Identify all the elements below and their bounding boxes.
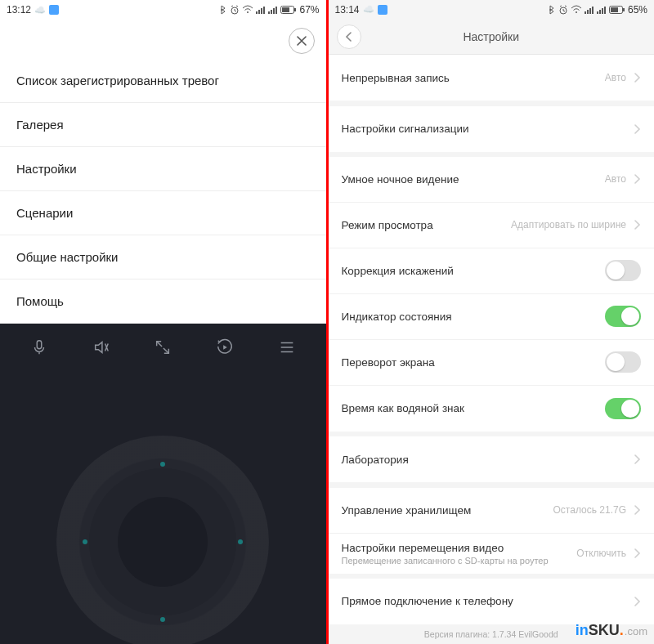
status-time: 13:14 xyxy=(335,4,360,16)
row-value: Авто xyxy=(605,72,626,83)
signal-icon xyxy=(256,5,266,15)
row-value: Адаптировать по ширине xyxy=(511,219,626,230)
svg-rect-19 xyxy=(585,11,586,14)
fullscreen-icon[interactable] xyxy=(154,338,172,360)
menu-item-gallery[interactable]: Галерея xyxy=(0,103,326,147)
chevron-right-icon xyxy=(633,73,641,83)
row-label: Лаборатория xyxy=(342,454,632,466)
svg-rect-3 xyxy=(256,11,258,14)
svg-rect-21 xyxy=(589,8,591,14)
svg-rect-22 xyxy=(592,7,594,14)
signal-icon-2 xyxy=(597,5,607,15)
battery-icon xyxy=(609,6,625,14)
back-button[interactable] xyxy=(337,25,361,49)
bluetooth-icon xyxy=(548,5,556,15)
menu-item-scenarios[interactable]: Сценарии xyxy=(0,191,326,235)
chevron-right-icon xyxy=(633,174,641,184)
svg-rect-14 xyxy=(37,341,42,349)
settings-row[interactable]: Умное ночное видениеАвто xyxy=(329,157,655,203)
svg-rect-28 xyxy=(623,8,625,11)
menu-item-general[interactable]: Общие настройки xyxy=(0,235,326,280)
svg-rect-7 xyxy=(268,11,270,14)
ptz-left[interactable] xyxy=(83,539,87,544)
wifi-icon xyxy=(242,5,253,15)
battery-text: 67% xyxy=(299,4,319,16)
menu-item-help[interactable]: Помощь xyxy=(0,280,326,324)
menu-icon[interactable] xyxy=(278,338,296,360)
row-label: Индикатор состояния xyxy=(342,311,606,323)
menu-list: Список зарегистрированных тревог Галерея… xyxy=(0,59,326,324)
ptz-right[interactable] xyxy=(238,539,243,544)
svg-rect-4 xyxy=(258,10,260,14)
chevron-right-icon xyxy=(633,124,641,134)
row-label: Непрерывная запись xyxy=(342,72,605,84)
chevron-right-icon xyxy=(633,597,641,606)
ptz-ring[interactable] xyxy=(56,436,269,644)
svg-rect-25 xyxy=(602,8,603,14)
row-value: Отключить xyxy=(576,548,626,559)
status-bar-left: 13:12 ☁️ 67% xyxy=(0,0,326,20)
row-label: Коррекция искажений xyxy=(342,265,606,277)
row-subtext: Перемещение записанного с SD-карты на ро… xyxy=(342,556,577,566)
svg-rect-16 xyxy=(378,5,387,15)
settings-row[interactable]: Непрерывная записьАвто xyxy=(329,55,655,101)
row-label: Переворот экрана xyxy=(342,356,606,369)
chevron-right-icon xyxy=(633,505,641,515)
settings-row[interactable]: Переворот экрана xyxy=(329,340,655,386)
settings-row[interactable]: Режим просмотраАдаптировать по ширине xyxy=(329,203,655,248)
alarm-icon xyxy=(230,5,240,15)
weather-icon: ☁️ xyxy=(363,5,374,14)
svg-rect-13 xyxy=(282,7,289,12)
svg-rect-23 xyxy=(597,11,598,14)
row-label: Настройки перемещения видеоПеремещение з… xyxy=(342,542,577,566)
toggle[interactable] xyxy=(605,260,641,281)
phone-right: 13:14 ☁️ 65% Настройки xyxy=(329,0,655,644)
settings-row[interactable]: Настройки перемещения видеоПеремещение з… xyxy=(329,534,655,574)
mic-icon[interactable] xyxy=(30,338,48,360)
settings-row[interactable]: Настройки сигнализации xyxy=(329,106,655,152)
row-value: Авто xyxy=(605,173,626,185)
settings-row[interactable]: Управление хранилищемОсталось 21.7G xyxy=(329,488,655,534)
svg-rect-9 xyxy=(273,8,275,14)
close-button[interactable] xyxy=(289,28,315,54)
ptz-panel xyxy=(0,324,326,644)
settings-row[interactable]: Коррекция искажений xyxy=(329,248,655,294)
ptz-up[interactable] xyxy=(160,462,165,467)
wifi-icon xyxy=(571,5,582,15)
row-label: Время как водяной знак xyxy=(342,402,606,414)
svg-rect-6 xyxy=(263,7,265,14)
menu-item-settings[interactable]: Настройки xyxy=(0,147,326,191)
row-label: Умное ночное видение xyxy=(342,173,605,186)
svg-point-18 xyxy=(576,11,577,13)
weather-icon: ☁️ xyxy=(34,6,46,15)
toggle[interactable] xyxy=(605,398,641,419)
chevron-right-icon xyxy=(633,454,641,464)
svg-rect-10 xyxy=(275,7,277,14)
svg-rect-29 xyxy=(611,7,618,12)
replay-icon[interactable] xyxy=(216,338,234,360)
chevron-right-icon xyxy=(633,220,641,230)
settings-row[interactable]: Время как водяной знак xyxy=(329,386,655,432)
bluetooth-icon xyxy=(219,5,227,15)
settings-list: Непрерывная записьАвтоНастройки сигнализ… xyxy=(329,55,655,644)
battery-text: 65% xyxy=(628,4,647,16)
mute-icon[interactable] xyxy=(92,338,110,360)
toggle[interactable] xyxy=(605,351,641,373)
svg-rect-12 xyxy=(294,8,296,11)
settings-row[interactable]: Прямое подключение к телефону xyxy=(329,579,655,624)
menu-item-alarms[interactable]: Список зарегистрированных тревог xyxy=(0,59,326,103)
svg-point-2 xyxy=(247,11,249,13)
phone-left: 13:12 ☁️ 67% Список зарегистр xyxy=(0,0,329,644)
page-title: Настройки xyxy=(329,30,655,43)
ptz-down[interactable] xyxy=(160,617,165,622)
settings-row[interactable]: Индикатор состояния xyxy=(329,294,655,340)
toggle[interactable] xyxy=(605,306,641,327)
row-value: Осталось 21.7G xyxy=(553,504,626,516)
svg-rect-26 xyxy=(604,7,606,14)
row-label: Режим просмотра xyxy=(342,219,512,231)
ptz-toolbar xyxy=(0,324,326,369)
svg-rect-8 xyxy=(271,10,272,14)
svg-marker-15 xyxy=(223,345,227,350)
settings-row[interactable]: Лаборатория xyxy=(329,436,655,482)
alarm-icon xyxy=(558,5,568,15)
